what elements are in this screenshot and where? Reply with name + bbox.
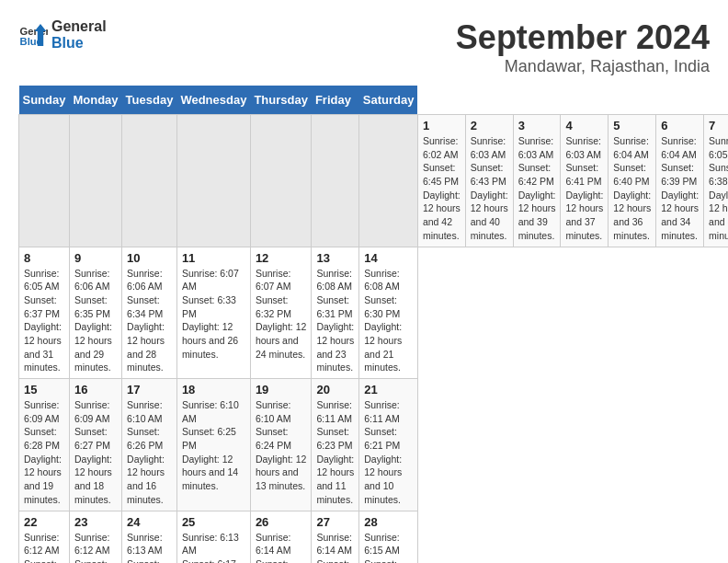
day-number: 23 (74, 515, 117, 529)
calendar-cell: 27Sunrise: 6:14 AMSunset: 6:14 PMDayligh… (312, 511, 359, 563)
day-number: 3 (518, 119, 556, 132)
calendar-week-row: 8Sunrise: 6:05 AMSunset: 6:37 PMDaylight… (19, 247, 729, 379)
calendar-cell: 1Sunrise: 6:02 AMSunset: 6:45 PMDaylight… (417, 115, 465, 247)
day-info: Sunrise: 6:08 AMSunset: 6:30 PMDaylight:… (364, 267, 413, 375)
calendar-cell: 10Sunrise: 6:06 AMSunset: 6:34 PMDayligh… (122, 247, 177, 379)
day-number: 11 (182, 251, 245, 265)
calendar-cell (19, 115, 70, 247)
day-info: Sunrise: 6:06 AMSunset: 6:34 PMDaylight:… (127, 267, 172, 375)
day-number: 21 (364, 383, 413, 396)
day-number: 4 (565, 119, 603, 132)
calendar-cell (359, 115, 418, 247)
calendar-cell: 13Sunrise: 6:08 AMSunset: 6:31 PMDayligh… (312, 247, 359, 379)
calendar-cell (312, 115, 359, 247)
calendar-cell: 25Sunrise: 6:13 AMSunset: 6:17 PMDayligh… (176, 511, 250, 563)
day-number: 9 (74, 251, 117, 265)
calendar-cell: 2Sunrise: 6:03 AMSunset: 6:43 PMDaylight… (465, 115, 513, 247)
day-info: Sunrise: 6:09 AMSunset: 6:28 PMDaylight:… (24, 398, 64, 507)
day-number: 2 (471, 119, 508, 132)
calendar-cell: 18Sunrise: 6:10 AMSunset: 6:25 PMDayligh… (176, 379, 250, 511)
day-info: Sunrise: 6:11 AMSunset: 6:23 PMDaylight:… (316, 398, 354, 507)
calendar-cell: 20Sunrise: 6:11 AMSunset: 6:23 PMDayligh… (312, 379, 359, 511)
calendar-cell: 19Sunrise: 6:10 AMSunset: 6:24 PMDayligh… (250, 379, 312, 511)
weekday-header-friday: Friday (312, 86, 359, 115)
day-info: Sunrise: 6:08 AMSunset: 6:31 PMDaylight:… (316, 267, 354, 375)
day-number: 24 (127, 515, 172, 529)
day-number: 5 (613, 119, 651, 132)
calendar-cell: 23Sunrise: 6:12 AMSunset: 6:19 PMDayligh… (69, 511, 121, 563)
weekday-header-row: SundayMondayTuesdayWednesdayThursdayFrid… (19, 86, 729, 115)
day-number: 14 (364, 251, 413, 265)
calendar-cell: 6Sunrise: 6:04 AMSunset: 6:39 PMDaylight… (656, 115, 704, 247)
day-info: Sunrise: 6:15 AMSunset: 6:13 PMDaylight:… (364, 531, 413, 564)
calendar-cell: 24Sunrise: 6:13 AMSunset: 6:18 PMDayligh… (122, 511, 177, 563)
calendar-cell: 22Sunrise: 6:12 AMSunset: 6:20 PMDayligh… (19, 511, 70, 563)
day-info: Sunrise: 6:10 AMSunset: 6:26 PMDaylight:… (127, 398, 172, 507)
day-info: Sunrise: 6:04 AMSunset: 6:40 PMDaylight:… (613, 134, 651, 243)
day-info: Sunrise: 6:05 AMSunset: 6:38 PMDaylight:… (709, 134, 728, 243)
day-number: 18 (182, 383, 245, 396)
calendar-cell (69, 115, 121, 247)
day-number: 20 (316, 383, 354, 396)
day-info: Sunrise: 6:10 AMSunset: 6:25 PMDaylight:… (182, 398, 245, 493)
day-info: Sunrise: 6:03 AMSunset: 6:42 PMDaylight:… (518, 134, 556, 243)
calendar-week-row: 22Sunrise: 6:12 AMSunset: 6:20 PMDayligh… (19, 511, 729, 563)
day-info: Sunrise: 6:12 AMSunset: 6:20 PMDaylight:… (24, 531, 64, 564)
day-info: Sunrise: 6:12 AMSunset: 6:19 PMDaylight:… (74, 531, 117, 564)
day-info: Sunrise: 6:05 AMSunset: 6:37 PMDaylight:… (24, 267, 64, 375)
calendar-cell: 4Sunrise: 6:03 AMSunset: 6:41 PMDaylight… (561, 115, 609, 247)
day-info: Sunrise: 6:04 AMSunset: 6:39 PMDaylight:… (661, 134, 699, 243)
day-number: 28 (364, 515, 413, 529)
weekday-header-monday: Monday (69, 86, 121, 115)
day-info: Sunrise: 6:07 AMSunset: 6:32 PMDaylight:… (256, 267, 307, 362)
calendar-cell: 11Sunrise: 6:07 AMSunset: 6:33 PMDayligh… (176, 247, 250, 379)
calendar-cell (176, 115, 250, 247)
calendar-cell: 16Sunrise: 6:09 AMSunset: 6:27 PMDayligh… (69, 379, 121, 511)
calendar-week-row: 15Sunrise: 6:09 AMSunset: 6:28 PMDayligh… (19, 379, 729, 511)
month-year-title: September 2024 (456, 18, 710, 57)
calendar-cell: 7Sunrise: 6:05 AMSunset: 6:38 PMDaylight… (704, 115, 728, 247)
day-number: 15 (24, 383, 64, 396)
logo-text-blue: Blue (51, 35, 107, 52)
day-number: 8 (24, 251, 64, 265)
calendar-cell: 14Sunrise: 6:08 AMSunset: 6:30 PMDayligh… (359, 247, 418, 379)
day-number: 19 (256, 383, 307, 396)
day-number: 6 (661, 119, 699, 132)
calendar-table: SundayMondayTuesdayWednesdayThursdayFrid… (18, 86, 728, 563)
day-info: Sunrise: 6:09 AMSunset: 6:27 PMDaylight:… (74, 398, 117, 507)
weekday-header-saturday: Saturday (359, 86, 418, 115)
calendar-cell: 8Sunrise: 6:05 AMSunset: 6:37 PMDaylight… (19, 247, 70, 379)
day-info: Sunrise: 6:02 AMSunset: 6:45 PMDaylight:… (423, 134, 461, 243)
calendar-cell: 3Sunrise: 6:03 AMSunset: 6:42 PMDaylight… (513, 115, 561, 247)
day-info: Sunrise: 6:14 AMSunset: 6:16 PMDaylight:… (256, 531, 307, 564)
day-info: Sunrise: 6:13 AMSunset: 6:18 PMDaylight:… (127, 531, 172, 564)
day-number: 13 (316, 251, 354, 265)
logo-icon: General Blue (18, 20, 48, 50)
day-number: 26 (256, 515, 307, 529)
calendar-cell: 26Sunrise: 6:14 AMSunset: 6:16 PMDayligh… (250, 511, 312, 563)
calendar-cell: 5Sunrise: 6:04 AMSunset: 6:40 PMDaylight… (609, 115, 656, 247)
calendar-cell: 21Sunrise: 6:11 AMSunset: 6:21 PMDayligh… (359, 379, 418, 511)
logo: General Blue General Blue (18, 18, 107, 51)
day-info: Sunrise: 6:13 AMSunset: 6:17 PMDaylight:… (182, 531, 245, 564)
day-number: 25 (182, 515, 245, 529)
calendar-cell (122, 115, 177, 247)
weekday-header-wednesday: Wednesday (176, 86, 250, 115)
day-info: Sunrise: 6:03 AMSunset: 6:41 PMDaylight:… (565, 134, 603, 243)
day-number: 17 (127, 383, 172, 396)
logo-text-general: General (51, 18, 107, 35)
day-number: 12 (256, 251, 307, 265)
day-number: 22 (24, 515, 64, 529)
weekday-header-thursday: Thursday (250, 86, 312, 115)
calendar-cell: 17Sunrise: 6:10 AMSunset: 6:26 PMDayligh… (122, 379, 177, 511)
page-header: General Blue General Blue September 2024… (18, 18, 710, 76)
weekday-header-sunday: Sunday (19, 86, 70, 115)
weekday-header-tuesday: Tuesday (122, 86, 177, 115)
calendar-cell: 12Sunrise: 6:07 AMSunset: 6:32 PMDayligh… (250, 247, 312, 379)
day-info: Sunrise: 6:11 AMSunset: 6:21 PMDaylight:… (364, 398, 413, 507)
calendar-cell: 28Sunrise: 6:15 AMSunset: 6:13 PMDayligh… (359, 511, 418, 563)
day-number: 10 (127, 251, 172, 265)
calendar-week-row: 1Sunrise: 6:02 AMSunset: 6:45 PMDaylight… (19, 115, 729, 247)
day-info: Sunrise: 6:06 AMSunset: 6:35 PMDaylight:… (74, 267, 117, 375)
day-info: Sunrise: 6:07 AMSunset: 6:33 PMDaylight:… (182, 267, 245, 362)
